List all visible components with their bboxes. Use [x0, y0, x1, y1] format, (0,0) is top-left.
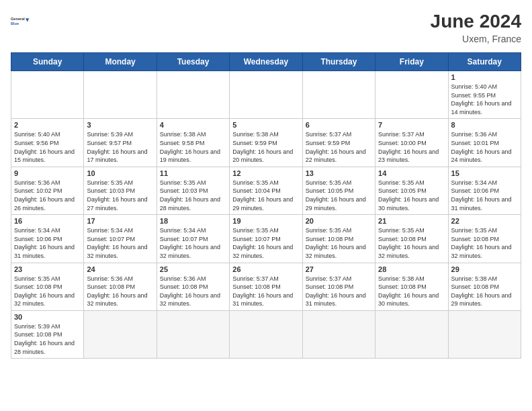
empty-cell: [230, 310, 302, 358]
empty-cell: [302, 310, 375, 358]
logo-icon: GeneralBlue: [11, 11, 32, 32]
logo: GeneralBlue: [11, 11, 32, 32]
day-cell-24: 24 Sunrise: 5:36 AM Sunset: 10:08 PM Day…: [84, 263, 157, 310]
header-saturday: Saturday: [448, 53, 521, 71]
week-row-2: 2 Sunrise: 5:40 AM Sunset: 9:56 PM Dayli…: [11, 119, 521, 167]
svg-text:Blue: Blue: [11, 21, 19, 26]
header-monday: Monday: [84, 53, 157, 71]
calendar-location: Uxem, France: [431, 34, 521, 44]
empty-cell: [230, 71, 302, 119]
empty-cell: [84, 71, 157, 119]
empty-cell: [302, 71, 375, 119]
empty-cell: [157, 71, 229, 119]
calendar-table: Sunday Monday Tuesday Wednesday Thursday…: [11, 52, 521, 359]
empty-cell: [375, 310, 448, 358]
day-cell-9: 9 Sunrise: 5:36 AM Sunset: 10:02 PM Dayl…: [11, 167, 84, 214]
day-cell-11: 11 Sunrise: 5:35 AM Sunset: 10:03 PM Day…: [157, 167, 229, 214]
header-tuesday: Tuesday: [157, 53, 229, 71]
day-cell-1: 1 Sunrise: 5:40 AM Sunset: 9:55 PM Dayli…: [448, 71, 521, 119]
day-cell-26: 26 Sunrise: 5:37 AM Sunset: 10:08 PM Day…: [230, 263, 302, 310]
week-row-6: 30 Sunrise: 5:39 AM Sunset: 10:08 PM Day…: [11, 310, 521, 358]
day-cell-6: 6 Sunrise: 5:37 AM Sunset: 9:59 PM Dayli…: [302, 119, 375, 167]
header-sunday: Sunday: [11, 53, 84, 71]
header-wednesday: Wednesday: [230, 53, 302, 71]
day-cell-19: 19 Sunrise: 5:35 AM Sunset: 10:07 PM Day…: [230, 215, 302, 263]
title-block: June 2024 Uxem, France: [431, 11, 521, 44]
day-cell-4: 4 Sunrise: 5:38 AM Sunset: 9:58 PM Dayli…: [157, 119, 229, 167]
day-cell-7: 7 Sunrise: 5:37 AM Sunset: 10:00 PM Dayl…: [375, 119, 448, 167]
day-cell-21: 21 Sunrise: 5:35 AM Sunset: 10:08 PM Day…: [375, 215, 448, 263]
calendar-title: June 2024: [431, 11, 521, 32]
day-cell-3: 3 Sunrise: 5:39 AM Sunset: 9:57 PM Dayli…: [84, 119, 157, 167]
empty-cell: [84, 310, 157, 358]
day-cell-25: 25 Sunrise: 5:36 AM Sunset: 10:08 PM Day…: [157, 263, 229, 310]
day-cell-18: 18 Sunrise: 5:34 AM Sunset: 10:07 PM Day…: [157, 215, 229, 263]
header-friday: Friday: [375, 53, 448, 71]
day-cell-29: 29 Sunrise: 5:38 AM Sunset: 10:08 PM Day…: [448, 263, 521, 310]
weekday-header-row: Sunday Monday Tuesday Wednesday Thursday…: [11, 53, 521, 71]
svg-marker-2: [26, 18, 29, 22]
day-cell-30: 30 Sunrise: 5:39 AM Sunset: 10:08 PM Day…: [11, 310, 84, 358]
empty-cell: [375, 71, 448, 119]
header-thursday: Thursday: [302, 53, 375, 71]
day-cell-8: 8 Sunrise: 5:36 AM Sunset: 10:01 PM Dayl…: [448, 119, 521, 167]
week-row-3: 9 Sunrise: 5:36 AM Sunset: 10:02 PM Dayl…: [11, 167, 521, 214]
svg-text:General: General: [11, 17, 25, 21]
empty-cell: [11, 71, 84, 119]
day-cell-22: 22 Sunrise: 5:35 AM Sunset: 10:08 PM Day…: [448, 215, 521, 263]
day-cell-20: 20 Sunrise: 5:35 AM Sunset: 10:08 PM Day…: [302, 215, 375, 263]
empty-cell: [448, 310, 521, 358]
day-cell-27: 27 Sunrise: 5:37 AM Sunset: 10:08 PM Day…: [302, 263, 375, 310]
day-cell-16: 16 Sunrise: 5:34 AM Sunset: 10:06 PM Day…: [11, 215, 84, 263]
day-cell-12: 12 Sunrise: 5:35 AM Sunset: 10:04 PM Day…: [230, 167, 302, 214]
day-cell-28: 28 Sunrise: 5:38 AM Sunset: 10:08 PM Day…: [375, 263, 448, 310]
week-row-5: 23 Sunrise: 5:35 AM Sunset: 10:08 PM Day…: [11, 263, 521, 310]
day-cell-13: 13 Sunrise: 5:35 AM Sunset: 10:05 PM Day…: [302, 167, 375, 214]
day-cell-2: 2 Sunrise: 5:40 AM Sunset: 9:56 PM Dayli…: [11, 119, 84, 167]
week-row-1: 1 Sunrise: 5:40 AM Sunset: 9:55 PM Dayli…: [11, 71, 521, 119]
week-row-4: 16 Sunrise: 5:34 AM Sunset: 10:06 PM Day…: [11, 215, 521, 263]
day-cell-17: 17 Sunrise: 5:34 AM Sunset: 10:07 PM Day…: [84, 215, 157, 263]
empty-cell: [157, 310, 229, 358]
day-cell-15: 15 Sunrise: 5:34 AM Sunset: 10:06 PM Day…: [448, 167, 521, 214]
day-cell-10: 10 Sunrise: 5:35 AM Sunset: 10:03 PM Day…: [84, 167, 157, 214]
day-cell-23: 23 Sunrise: 5:35 AM Sunset: 10:08 PM Day…: [11, 263, 84, 310]
day-cell-5: 5 Sunrise: 5:38 AM Sunset: 9:59 PM Dayli…: [230, 119, 302, 167]
page-header: GeneralBlue June 2024 Uxem, France: [11, 11, 521, 44]
day-cell-14: 14 Sunrise: 5:35 AM Sunset: 10:05 PM Day…: [375, 167, 448, 214]
